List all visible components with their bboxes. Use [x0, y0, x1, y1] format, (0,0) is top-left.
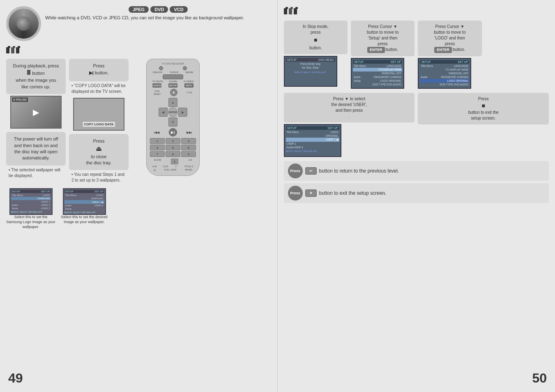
remote-control: TV DVD RECEIVER ON/VCR TV/DVD MODE [146, 59, 200, 176]
remote-ok-btn[interactable] [163, 74, 183, 79]
remote-btn-8[interactable]: 8 [166, 151, 180, 157]
thumb-screen-2: SETUPSET UP Title MenuLOGO SAMSUNG USER … [63, 188, 106, 215]
thumbnail-1: SETUPSET UP Title MenuLOGO SAMSUNG USER … [6, 188, 55, 229]
remote-play-btn[interactable]: ▶| [169, 128, 177, 136]
copy-logo-text: COPY LOGO DATA [82, 121, 116, 127]
svg-rect-5 [18, 46, 20, 48]
step1-left-container: During playback, press button when the i… [6, 59, 66, 185]
page-number-left: 49 [8, 371, 23, 386]
format-badges: JPEG DVD VCD [45, 6, 271, 13]
right-step1: In Stop mode, press ■ button. SETUPOSD M… [284, 21, 348, 89]
thumb-screen-1: SETUPSET UP Title MenuLOGO SAMSUNG USER … [9, 188, 53, 215]
remote-dpad-down[interactable]: ▼ [168, 118, 177, 127]
step1-right-box: Press ▶| button. [69, 59, 129, 81]
remote-btn-7[interactable]: 7 [150, 151, 165, 157]
right-step-spacer [485, 21, 549, 89]
remote-dpad-up[interactable]: ▲ [168, 98, 177, 107]
header-text: While watching a DVD, VCD or JPEG CD, yo… [45, 15, 271, 20]
thumbnail-1-label: Select this to set the Samsung Logo imag… [6, 215, 55, 229]
right-step2-box: Press Cursor ▼ button to move to 'Setup'… [351, 21, 415, 56]
logo-inner [16, 16, 31, 31]
badge-dvd: DVD [150, 6, 168, 13]
svg-rect-2 [11, 47, 14, 53]
remote-power-btn[interactable] [159, 66, 163, 70]
right-step1-screen: SETUPOSD MENU Press Enter key for Disc S… [284, 56, 337, 87]
remote-fn3-btn[interactable]: -/-- [175, 165, 178, 168]
right-step1-box: In Stop mode, press ■ button. [284, 21, 348, 54]
remote-dpad-right[interactable]: ▶ [178, 108, 187, 117]
right-step5: Press ■ button to exit the setup screen. [418, 93, 549, 157]
deco-icon-left [6, 45, 23, 55]
remote-btn-3[interactable]: 3 [181, 138, 196, 144]
return-btn-icon: ↩ [305, 167, 317, 175]
svg-rect-0 [6, 47, 9, 53]
right-bottom-steps: Press ▼ to select the desired 'USER', an… [284, 93, 549, 157]
remote-fn1-btn[interactable]: A-B [152, 165, 157, 168]
samsung-logo [6, 6, 41, 41]
remote-next-btn[interactable]: ▶▶| [187, 131, 192, 134]
remote-btn-9[interactable]: 9 [181, 151, 196, 157]
right-step3: Press Cursor ▼ button to move to 'LOGO' … [418, 21, 481, 89]
thumbnail-2-label: Select this to set the desired image as … [60, 215, 109, 224]
svg-rect-11 [295, 7, 298, 9]
step1-right-container: Press ▶| button. "COPY LOGO DATA" will b… [69, 59, 129, 185]
badge-vcd: VCD [170, 6, 187, 13]
deco-icon-right [284, 6, 300, 16]
remote-btn-6[interactable]: 6 [181, 145, 196, 150]
remote-info-btn[interactable]: INFO [184, 83, 193, 88]
right-step2-screen: SETUPSET UP Title MenuLANGUAGE TV DISPLA… [351, 58, 404, 89]
step1-box: During playback, press button when the i… [6, 59, 66, 94]
remote-dpad: ▲ ▼ ◀ ▶ ENTER [159, 98, 187, 127]
step2-right-bullet: You can repeat Steps 1 and 2 to set up t… [69, 170, 129, 185]
remote-btn-5[interactable]: 5 [166, 145, 180, 150]
remote-btn-2[interactable]: 2 [166, 138, 180, 144]
thumbnail-2: SETUPSET UP Title MenuLOGO SAMSUNG USER … [60, 188, 109, 224]
eject-icon: ⏏ [96, 144, 102, 153]
press-text-1: button to return to the previous level. [319, 168, 399, 174]
right-steps-4col: In Stop mode, press ■ button. SETUPOSD M… [284, 21, 549, 89]
copy-logo-screen: COPY LOGO DATA [73, 98, 124, 131]
remote-dpad-left[interactable]: ◀ [159, 108, 168, 117]
page-number-right: 50 [532, 371, 547, 386]
right-step4-box: Press ▼ to select the desired 'USER', an… [284, 93, 415, 122]
svg-rect-7 [286, 7, 288, 9]
remote-setup-btn[interactable]: SETUP [168, 83, 177, 88]
press-circle-1: Press [288, 164, 303, 178]
press-rows-bottom: Press ↩ button to return to the previous… [284, 161, 549, 203]
remote-btn-0[interactable]: 0 [171, 159, 178, 164]
remote-fn5[interactable]: BASIC [185, 168, 192, 171]
right-step2: Press Cursor ▼ button to move to 'Setup'… [351, 21, 415, 89]
remote-playback-row: |◀◀ ▶| ▶▶| [149, 128, 197, 136]
exit-btn-icon: ✕ [305, 189, 317, 197]
step2-right-box: Press ⏏ to close the disc tray. [69, 134, 129, 171]
remote-fn2-btn[interactable]: CLR [163, 165, 168, 168]
remote-fn4[interactable]: FULL DON [164, 168, 176, 171]
remote-mode-btn[interactable] [183, 66, 187, 70]
step2-box: The power will turn off and then back on… [6, 132, 66, 166]
remote-cd-logo-btn[interactable]: ◎ [154, 168, 156, 171]
step1-bullet: "COPY LOGO DATA" will be displayed on th… [69, 81, 129, 96]
player-screen: ▶ II PAUSE [10, 96, 62, 129]
remote-cancel-btn[interactable]: CANCEL [152, 83, 161, 88]
steps-row-1: During playback, press button when the i… [6, 59, 271, 185]
svg-rect-8 [289, 8, 292, 14]
bottom-thumbnails: SETUPSET UP Title MenuLOGO SAMSUNG USER … [6, 188, 271, 229]
right-step3-screen: SETUPSET UP Title MenuLANGUAGE TV DISPLA… [418, 58, 471, 89]
remote-numpad: 1 2 3 4 5 6 7 8 9 [150, 138, 196, 157]
enter-ref-1: ENTER [367, 47, 385, 53]
svg-rect-9 [290, 7, 293, 9]
remote-vol-area: TV/FL RESET [154, 90, 161, 95]
press-label-1: Press [290, 169, 300, 173]
remote-plus-btn[interactable]: + [170, 89, 177, 96]
remote-prev-btn[interactable]: |◀◀ [154, 131, 159, 134]
remote-btn-4[interactable]: 4 [150, 145, 165, 150]
left-step-heading [6, 45, 271, 55]
page-container: JPEG DVD VCD While watching a DVD, VCD o… [0, 0, 555, 392]
remote-enter-btn[interactable]: ENTER [168, 107, 178, 117]
press-row-1: Press ↩ button to return to the previous… [284, 161, 549, 181]
svg-rect-4 [16, 47, 19, 53]
remote-btn-1[interactable]: 1 [150, 138, 165, 144]
remote-slow-btn[interactable]: SLOW [154, 159, 161, 164]
svg-rect-10 [294, 8, 297, 14]
step2-bullet: The selected wallpaper will be displayed… [6, 166, 66, 180]
